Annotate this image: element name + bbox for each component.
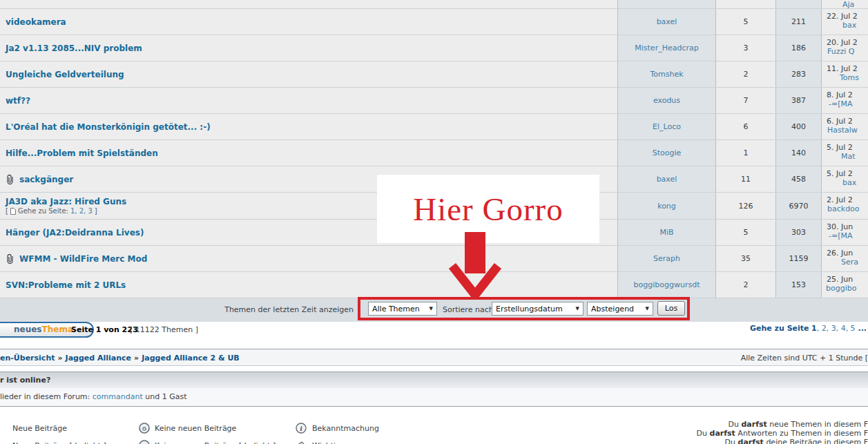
topic-link[interactable]: WFMM - WildFire Merc Mod (19, 254, 147, 264)
table-row: videokamerabaxel521122. Jul 2bax (0, 9, 868, 35)
author-cell: El_Loco (617, 114, 715, 139)
page-info: Seite 1 von 223 (71, 325, 138, 334)
forum-permissions: Du darfst neue Themen in diesem FDu darf… (697, 420, 868, 444)
topic-cell: Ja2 v1.13 2085...NIV problem (0, 35, 617, 61)
topic-link[interactable]: wtf?? (6, 96, 30, 106)
replies-count: 35 (715, 246, 775, 271)
topic-cell: WFMM - WildFire Merc Mod (0, 246, 617, 271)
topic-cell (0, 0, 617, 8)
topic-cell: L'Oréal hat die Monsterkönigin getötet..… (0, 114, 617, 139)
lastpost-cell: 11. Jul 2Toms (821, 61, 868, 87)
lastpost-author-link[interactable]: Fuzzi Q (827, 47, 854, 56)
table-row: wtf??exodus73878. Jul 2-=[MA (0, 88, 868, 114)
author-cell: Seraph (617, 246, 715, 271)
breadcrumb-link[interactable]: Jagged Alliance 2 & UB (142, 354, 240, 363)
table-row: Hilfe...Problem mit SpielständenStoogie1… (0, 140, 868, 166)
lastpost-author-link[interactable]: backdoo (827, 204, 860, 213)
views-count: 6970 (775, 193, 821, 219)
lastpost-author-link[interactable]: boggibo (826, 284, 856, 293)
lastpost-author-link[interactable]: -=[MA (829, 99, 853, 108)
views-count: 387 (775, 88, 821, 113)
announcement-icon: i (295, 422, 307, 434)
author-link[interactable]: exodus (653, 96, 680, 105)
author-link[interactable]: Tomshek (650, 70, 683, 79)
author-link[interactable]: baxel (657, 175, 677, 184)
online-members: lieder in diesem Forum: commandant und 1… (0, 388, 868, 407)
author-cell: Tomshek (617, 61, 715, 87)
lastpost-date: 11. Jul 2 (822, 64, 868, 73)
author-link[interactable]: baxel (657, 17, 677, 26)
replies-count: 11 (715, 166, 775, 192)
legend-label: Neue Beiträge (12, 424, 67, 433)
author-cell: exodus (617, 88, 715, 113)
breadcrumb-link[interactable]: Jagged Alliance (66, 354, 132, 363)
topic-table: Aja videokamerabaxel521122. Jul 2baxJa2 … (0, 0, 868, 298)
lastpost-author-link[interactable]: Aja (842, 0, 854, 8)
sticky-icon (295, 439, 307, 444)
topic-link[interactable]: Hänger (JA2:Deidranna Lives) (6, 228, 144, 238)
lastpost-author-link[interactable]: Mat (841, 152, 856, 161)
lastpost-cell: 2. Jul 2backdoo (821, 193, 868, 219)
author-link[interactable]: El_Loco (653, 122, 681, 131)
no-new-posts-icon (138, 422, 151, 434)
timezone-note: Alle Zeiten sind UTC + 1 Stunde [ (741, 354, 868, 363)
replies-count: 5 (715, 220, 775, 245)
table-row: Ungleiche GeldverteilungTomshek228311. J… (0, 61, 868, 88)
legend-label: Keine neuen Beiträge (155, 424, 236, 433)
topic-link[interactable]: SVN:Probleme mit 2 URLs (6, 280, 126, 290)
topic-link[interactable]: L'Oréal hat die Monsterkönigin getötet..… (6, 122, 211, 132)
announcement-icon: i (295, 422, 307, 436)
views-count: 400 (775, 114, 821, 139)
author-link[interactable]: Mister_Headcrap (635, 44, 698, 52)
topic-link[interactable]: Ja2 v1.13 2085...NIV problem (6, 44, 142, 53)
current-page-link[interactable]: 1 (811, 324, 817, 333)
topic-link[interactable]: videokamera (6, 17, 66, 27)
breadcrumb: en-Übersicht»Jagged Alliance»Jagged Alli… (0, 354, 240, 363)
replies-count: 126 (715, 193, 775, 219)
lastpost-author-link[interactable]: bax (842, 178, 856, 187)
lastpost-author-link[interactable]: bax (842, 21, 856, 30)
lastpost-author-link[interactable]: -=[MA (829, 231, 853, 240)
author-link[interactable]: Stoogie (653, 148, 682, 157)
author-link[interactable]: Seraph (653, 254, 680, 263)
topic-cell: SVN:Probleme mit 2 URLs (0, 272, 617, 298)
topic-link[interactable]: Ungleiche Geldverteilung (6, 70, 124, 79)
lastpost-date: 22. Jul 2 (822, 12, 868, 21)
replies-count: 6 (715, 114, 775, 139)
breadcrumb-link[interactable]: en-Übersicht (0, 354, 55, 363)
topic-cell: Hilfe...Problem mit Spielständen (0, 140, 617, 166)
member-link[interactable]: commandant (93, 392, 143, 401)
table-row-partial: Aja (0, 0, 868, 9)
author-link[interactable]: boggiboggwursdt (634, 280, 700, 289)
page-links[interactable]: 1, 2, 3 (70, 207, 93, 215)
topic-link[interactable]: JA3D aka Jazz: Hired Guns (6, 197, 126, 206)
new-topic-label-1: neues (14, 325, 42, 334)
page-links[interactable]: , 2, 3, 4, 5 (817, 324, 856, 333)
views-count: 186 (775, 35, 821, 61)
author-link[interactable]: MiB (659, 228, 673, 237)
lastpost-cell: 25. Junboggibo (821, 272, 868, 298)
topic-cell: wtf?? (0, 88, 617, 113)
replies-count: 5 (715, 9, 775, 35)
lastpost-date: 26. Jun (822, 249, 868, 258)
author-cell: MiB (617, 220, 715, 245)
lastpost-cell: 5. Jul 2Mat (821, 140, 868, 166)
lastpost-author-link[interactable]: Sera (841, 258, 858, 267)
lastpost-cell: Aja (821, 0, 868, 8)
topic-cell: videokamera (0, 9, 617, 35)
topic-link[interactable]: sackgänger (19, 175, 73, 184)
lastpost-date: 20. Jul 2 (822, 38, 868, 47)
lastpost-date: 2. Jul 2 (822, 195, 868, 204)
author-link[interactable]: kong (657, 202, 676, 211)
topic-link[interactable]: Hilfe...Problem mit Spielständen (6, 148, 158, 158)
lastpost-author-link[interactable]: Hastalw (827, 126, 858, 135)
lastpost-date: 5. Jul 2 (822, 143, 868, 152)
filter-label: Themen der letzten Zeit anzeigen (224, 305, 354, 314)
page-ellipsis: ... (856, 324, 867, 333)
lastpost-cell: 5. Jul 2bax (821, 166, 868, 192)
lastpost-date: 8. Jul 2 (822, 90, 868, 99)
lastpost-author-link[interactable]: Toms (840, 73, 859, 82)
goto-page-line: [ Gehe zu Seite: 1, 2, 3 ] (6, 207, 97, 215)
annotation-text: Hier Gorro (413, 191, 563, 228)
lastpost-cell: 30. Jun-=[MA (821, 220, 868, 245)
